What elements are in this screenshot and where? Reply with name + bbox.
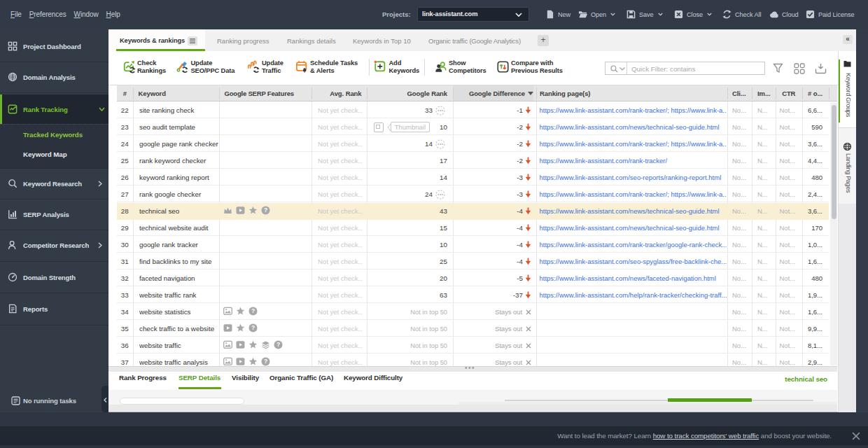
- svg-text:?: ?: [276, 341, 279, 348]
- svg-text:?: ?: [263, 358, 267, 365]
- svg-text:?: ?: [263, 206, 267, 214]
- svg-text:?: ?: [251, 324, 254, 331]
- svg-text:?: ?: [251, 307, 254, 314]
